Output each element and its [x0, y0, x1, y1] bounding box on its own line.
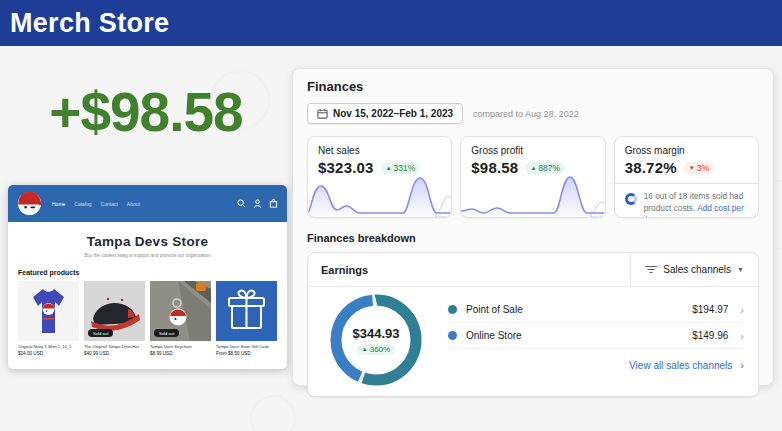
progress-ring-icon: [625, 193, 637, 205]
finances-panel: Finances Nov 15, 2022–Feb 1, 2023 compar…: [292, 68, 774, 386]
product-card-keychain[interactable]: Sold out Tampa Devs Keychain $8.99 USD: [150, 281, 211, 356]
earnings-donut-chart: $344.93 ▲ 360%: [326, 290, 426, 390]
gross-profit-card[interactable]: Gross profit $98.58 ▲ 887%: [460, 136, 605, 218]
background-doodle: [250, 395, 296, 431]
gift-card-image: [216, 281, 277, 341]
arrow-up-icon: ▲: [530, 165, 536, 171]
tshirt-image: [18, 281, 79, 341]
channel-name: Online Store: [466, 330, 522, 341]
store-screenshot: Home Catalog Contact About: [8, 185, 287, 369]
arrow-up-icon: ▲: [386, 165, 392, 171]
product-card-giftcard[interactable]: Tampa Devs Store Gift Card From $8.50 US…: [216, 281, 277, 356]
channel-value: $194.97: [692, 304, 728, 315]
arrow-up-icon: ▲: [362, 346, 368, 352]
store-nav-catalog[interactable]: Catalog: [74, 201, 91, 207]
gross-margin-card[interactable]: Gross margin 38.72% ▼ 3% 16 out of 18 it…: [614, 136, 759, 218]
store-nav-about[interactable]: About: [127, 201, 140, 207]
finances-title: Finances: [307, 79, 759, 94]
view-all-sales-channels-link[interactable]: View all sales channels: [629, 360, 732, 371]
page-title: Merch Store: [0, 8, 169, 39]
finances-breakdown-title: Finances breakdown: [307, 232, 759, 244]
gross-profit-sparkline: [461, 172, 605, 217]
channel-row-online-store[interactable]: Online Store $149.96 ›: [448, 323, 744, 349]
product-price: $8.99 USD: [150, 351, 211, 356]
earnings-title: Earnings: [308, 264, 368, 276]
chevron-right-icon: ›: [740, 304, 744, 316]
account-icon[interactable]: [253, 199, 262, 208]
store-nav-home[interactable]: Home: [52, 201, 65, 207]
net-sales-sparkline: [308, 172, 452, 217]
product-name: The Original Tampa Devs Hat: [84, 344, 145, 349]
delta-badge: ▼ 3%: [684, 162, 714, 174]
soldout-badge: Sold out: [88, 329, 113, 337]
soldout-badge: Sold out: [154, 329, 179, 337]
metric-label: Net sales: [318, 145, 441, 156]
margin-note: 16 out of 18 items sold had product cost…: [644, 191, 748, 218]
product-name: Tampa Devs Keychain: [150, 344, 211, 349]
metric-label: Gross profit: [471, 145, 594, 156]
arrow-down-icon: ▼: [689, 165, 695, 171]
sales-channels-label: Sales channels: [663, 264, 731, 275]
metric-label: Gross margin: [625, 145, 748, 156]
app-header: Merch Store: [0, 0, 782, 46]
profit-highlight: +$98.58: [0, 80, 292, 144]
product-name: Tampa Devs Store Gift Card: [216, 344, 277, 349]
metric-value: $323.03: [318, 159, 374, 176]
featured-products-label: Featured products: [18, 269, 287, 276]
net-sales-card[interactable]: Net sales $323.03 ▲ 331%: [307, 136, 452, 218]
calendar-icon: [317, 108, 328, 119]
product-card-hat[interactable]: Sold out The Original Tampa Devs Hat $40…: [84, 281, 145, 356]
metric-value: $98.58: [471, 159, 518, 176]
earnings-total: $344.93: [353, 326, 400, 341]
channel-dot-icon: [448, 331, 457, 340]
earnings-card: Earnings Sales channels ▼: [307, 252, 759, 397]
earnings-delta-badge: ▲ 360%: [357, 344, 395, 355]
store-nav-links: Home Catalog Contact About: [52, 201, 140, 207]
store-subtitle: Buy the coolest swag to support and prom…: [8, 253, 287, 258]
product-price: $24.00 USD: [18, 351, 79, 356]
featured-products-row: Original Navy T-Shirt 1_10_1 $24.00 USD …: [8, 276, 287, 356]
compare-text: compared to Aug 28, 2022: [473, 109, 579, 119]
sales-channels-dropdown[interactable]: Sales channels ▼: [630, 253, 758, 286]
metric-value: 38.72%: [625, 159, 677, 176]
store-navbar: Home Catalog Contact About: [8, 185, 287, 222]
store-title: Tampa Devs Store: [8, 234, 287, 249]
channel-value: $149.96: [692, 330, 728, 341]
product-price: From $8.50 USD: [216, 351, 277, 356]
product-name: Original Navy T-Shirt 1_10_1: [18, 344, 79, 349]
store-logo-icon[interactable]: [17, 191, 42, 216]
chevron-right-icon: ›: [740, 330, 744, 342]
chevron-right-icon: ›: [740, 359, 744, 371]
delta-badge: ▲ 331%: [381, 162, 421, 174]
filter-icon: [645, 265, 657, 274]
chevron-down-icon: ▼: [737, 266, 744, 273]
channel-row-point-of-sale[interactable]: Point of Sale $194.97 ›: [448, 297, 744, 323]
product-card-tshirt[interactable]: Original Navy T-Shirt 1_10_1 $24.00 USD: [18, 281, 79, 356]
cart-icon[interactable]: [269, 199, 278, 208]
date-range-label: Nov 15, 2022–Feb 1, 2023: [333, 108, 453, 119]
slide: Merch Store +$98.58 Home Catalog Contact…: [0, 0, 782, 431]
delta-badge: ▲ 887%: [525, 162, 565, 174]
channel-dot-icon: [448, 305, 457, 314]
channel-name: Point of Sale: [466, 304, 523, 315]
product-price: $40.99 USD: [84, 351, 145, 356]
date-range-picker[interactable]: Nov 15, 2022–Feb 1, 2023: [307, 103, 463, 124]
search-icon[interactable]: [237, 199, 246, 208]
store-nav-contact[interactable]: Contact: [101, 201, 118, 207]
